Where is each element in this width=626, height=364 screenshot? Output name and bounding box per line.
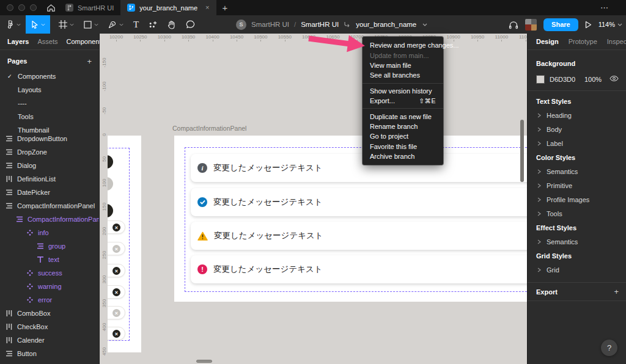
layer-row[interactable]: Button xyxy=(0,347,99,360)
style-item[interactable]: Body xyxy=(528,122,626,136)
background-hex[interactable]: D6D3D0 xyxy=(550,76,580,83)
layer-row[interactable]: error xyxy=(0,293,99,307)
share-button[interactable]: Share xyxy=(543,18,578,31)
layer-row[interactable]: ComboBox xyxy=(0,307,99,320)
window-more-menu-icon[interactable]: ⋯ xyxy=(600,0,609,15)
eye-icon[interactable] xyxy=(609,75,619,82)
layer-row[interactable]: info xyxy=(0,226,99,239)
menu-item[interactable]: Archive branch xyxy=(363,151,443,161)
breadcrumb-team[interactable]: SmartHR UI xyxy=(251,21,289,28)
move-tool-button[interactable] xyxy=(26,15,50,34)
layer-label: CompactInformationPanel xyxy=(17,202,95,209)
style-item[interactable]: Semantics xyxy=(528,235,626,249)
chevron-right-icon xyxy=(537,197,541,202)
home-button[interactable] xyxy=(43,0,59,15)
zoom-control[interactable]: 114% xyxy=(598,21,622,28)
style-item[interactable]: Heading xyxy=(528,108,626,122)
breadcrumb-file[interactable]: SmartHR UI xyxy=(301,21,339,28)
frame-tool-button[interactable] xyxy=(54,15,79,34)
add-page-button[interactable]: + xyxy=(87,57,92,66)
page-item[interactable]: ✓ Components xyxy=(0,70,99,83)
audio-headphones-icon[interactable] xyxy=(509,20,518,29)
tab-inspect[interactable]: Inspect xyxy=(607,38,626,45)
layer-row[interactable]: group xyxy=(0,239,99,253)
color-swatch[interactable] xyxy=(536,75,545,84)
background-color-row[interactable]: D6D3D0 100% xyxy=(528,75,626,84)
ruler-label: 11000 xyxy=(495,34,509,40)
layer-row[interactable]: CheckBox xyxy=(0,320,99,333)
hand-tool-button[interactable] xyxy=(162,15,181,34)
component-icon xyxy=(27,270,33,276)
tab-design[interactable]: Design xyxy=(536,38,559,45)
menu-item[interactable]: Review and merge changes... xyxy=(363,40,443,50)
layer-row[interactable]: success xyxy=(0,266,99,280)
layer-row[interactable]: DropZone xyxy=(0,145,99,159)
style-item[interactable]: Profile Images xyxy=(528,192,626,206)
frame-title[interactable]: CompactInformationPanel xyxy=(172,125,246,132)
style-item[interactable]: Primitive xyxy=(528,178,626,192)
frame-v-icon xyxy=(6,203,12,209)
resources-button[interactable] xyxy=(144,15,162,34)
shape-tool-button[interactable] xyxy=(79,15,103,34)
chevron-right-icon xyxy=(537,211,541,216)
user-avatar[interactable] xyxy=(525,19,537,31)
layer-row[interactable]: text xyxy=(0,253,99,266)
layer-row[interactable]: warning xyxy=(0,280,99,293)
help-button[interactable]: ? xyxy=(601,340,617,356)
panel-message-text: 変更したメッセージテキスト xyxy=(213,264,323,275)
compact-information-panel-success[interactable]: 変更したメッセージテキスト xyxy=(191,188,527,216)
close-tab-icon[interactable]: × xyxy=(205,4,209,11)
layer-row[interactable]: DatePicker xyxy=(0,186,99,199)
window-minimize-button[interactable] xyxy=(18,4,25,11)
window-close-button[interactable] xyxy=(7,4,13,11)
background-opacity[interactable]: 100% xyxy=(584,76,602,83)
layer-row[interactable]: Dialog xyxy=(0,159,99,172)
text-tool-button[interactable]: T xyxy=(128,15,144,34)
tab-layers[interactable]: Layers xyxy=(7,38,29,45)
menu-item[interactable]: Duplicate as new file xyxy=(363,111,443,121)
layer-row[interactable]: CompactInformationPanel xyxy=(0,199,99,213)
page-item[interactable]: ---- xyxy=(0,96,99,110)
canvas-vertical-scrollbar[interactable] xyxy=(520,120,524,182)
menu-item[interactable]: Favorite this file xyxy=(363,142,443,151)
compact-information-panel-info[interactable]: i変更したメッセージテキスト xyxy=(191,154,527,182)
menu-item[interactable]: View main file xyxy=(363,60,443,70)
canvas[interactable]: 1020010250103001035010400104501050010550… xyxy=(100,34,527,364)
menu-item[interactable]: Rename branch xyxy=(363,122,443,131)
compact-information-panel-warning[interactable]: 変更したメッセージテキスト xyxy=(191,222,527,250)
pen-tool-button[interactable] xyxy=(103,15,128,34)
new-tab-button[interactable]: + xyxy=(223,2,228,13)
menu-item[interactable]: See all branches xyxy=(363,70,443,80)
tab-prototype[interactable]: Prototype xyxy=(569,38,597,45)
chevron-right-icon xyxy=(537,141,541,146)
team-avatar[interactable]: S xyxy=(236,20,246,30)
main-menu-button[interactable] xyxy=(1,15,26,34)
present-icon[interactable] xyxy=(585,21,592,29)
menu-item[interactable]: Go to project xyxy=(363,131,443,141)
style-item[interactable]: Semantics xyxy=(528,164,626,178)
breadcrumb-branch[interactable]: your_branch_name xyxy=(356,21,416,28)
file-tab-smarthr-ui[interactable]: SmartHR UI xyxy=(59,0,120,15)
style-item[interactable]: Label xyxy=(528,136,626,150)
menu-item[interactable]: Export... ⇧⌘E xyxy=(363,96,443,106)
menu-item[interactable]: Show version history xyxy=(363,86,443,96)
canvas-horizontal-scrollbar[interactable] xyxy=(196,360,212,363)
style-item[interactable]: Grid xyxy=(528,263,626,277)
tab-assets[interactable]: Assets xyxy=(37,38,57,45)
page-item[interactable]: Layouts xyxy=(0,83,99,96)
layer-row[interactable]: DropdownButton xyxy=(0,135,99,145)
layer-row[interactable]: DefinitionList xyxy=(0,172,99,186)
compact-information-panel-error[interactable]: !変更したメッセージテキスト xyxy=(191,255,527,283)
menu-item[interactable]: Update from main... xyxy=(363,50,443,60)
file-tab-branch[interactable]: your_branch_name × xyxy=(120,0,216,15)
ruler-label: 10200 xyxy=(109,34,123,40)
style-item[interactable]: Tools xyxy=(528,206,626,220)
comment-tool-button[interactable] xyxy=(181,15,200,34)
layer-row[interactable]: CompactInformationPanel xyxy=(0,213,99,226)
window-controls xyxy=(7,4,37,11)
page-item[interactable]: Tools xyxy=(0,110,99,123)
branch-menu-chevron-icon[interactable] xyxy=(422,23,427,26)
add-export-button[interactable]: + xyxy=(614,287,619,296)
window-maximize-button[interactable] xyxy=(30,4,37,11)
layer-row[interactable]: Calender xyxy=(0,333,99,347)
